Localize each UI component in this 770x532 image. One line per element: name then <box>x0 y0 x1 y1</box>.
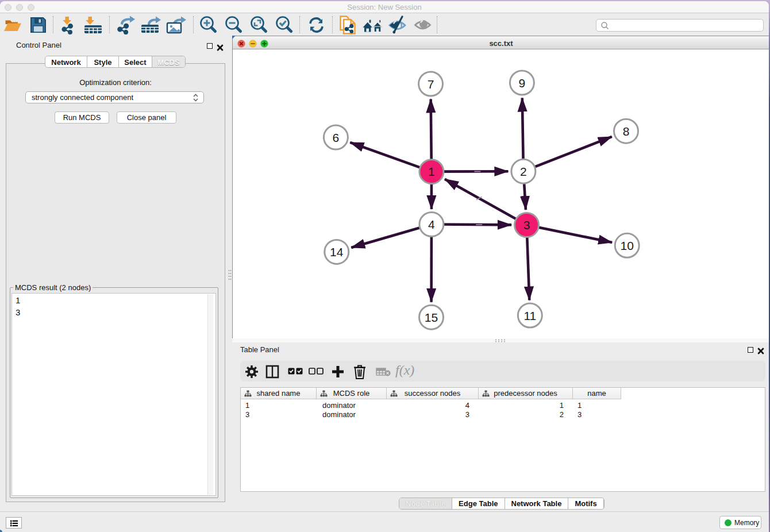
svg-text:3: 3 <box>523 218 530 232</box>
svg-text:9: 9 <box>519 76 526 90</box>
svg-text:10: 10 <box>621 239 634 252</box>
svg-text:4: 4 <box>428 218 435 231</box>
svg-text:15: 15 <box>425 311 438 324</box>
svg-text:6: 6 <box>333 131 340 144</box>
svg-text:1: 1 <box>428 165 435 178</box>
svg-text:8: 8 <box>623 125 630 138</box>
svg-text:2: 2 <box>520 165 527 178</box>
svg-text:7: 7 <box>428 78 434 91</box>
svg-text:11: 11 <box>523 309 536 322</box>
svg-text:14: 14 <box>330 245 344 259</box>
